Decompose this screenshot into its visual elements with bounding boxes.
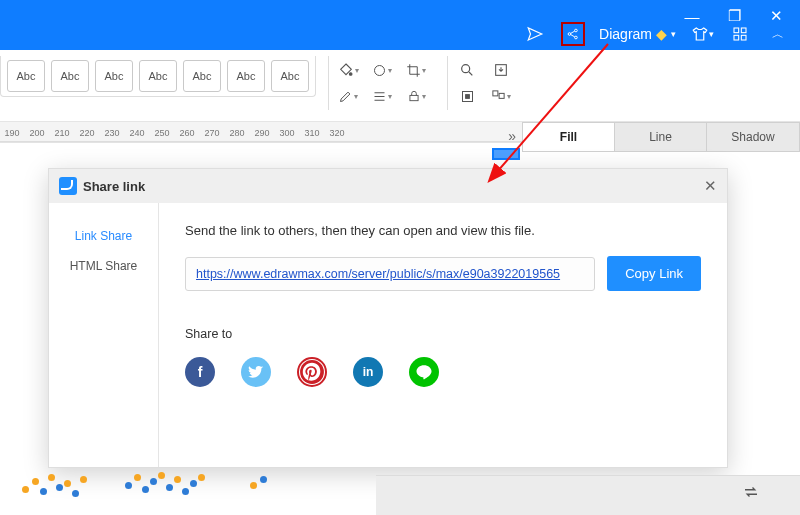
svg-rect-15 bbox=[499, 93, 504, 98]
style-swatch[interactable]: Abc bbox=[227, 60, 265, 92]
ruler-tick: 240 bbox=[129, 128, 144, 138]
style-swatch[interactable]: Abc bbox=[7, 60, 45, 92]
ruler-tick: 300 bbox=[279, 128, 294, 138]
style-swatch-group: Abc Abc Abc Abc Abc Abc Abc bbox=[0, 56, 316, 97]
dialog-title: Share link bbox=[59, 177, 145, 195]
chevron-down-icon: ▾ bbox=[671, 29, 676, 39]
svg-point-10 bbox=[462, 65, 470, 73]
linkedin-icon[interactable]: in bbox=[353, 357, 383, 387]
svg-rect-3 bbox=[734, 28, 739, 33]
ruler-tick: 230 bbox=[104, 128, 119, 138]
dialog-main: Send the link to others, then they can o… bbox=[159, 203, 727, 467]
svg-rect-13 bbox=[465, 94, 469, 98]
style-swatch[interactable]: Abc bbox=[271, 60, 309, 92]
dialog-title-text: Share link bbox=[83, 179, 145, 194]
select-tool[interactable] bbox=[456, 86, 478, 106]
arrange-tool[interactable]: ▾ bbox=[490, 86, 512, 106]
svg-rect-9 bbox=[409, 95, 417, 100]
diagram-menu[interactable]: Diagram ◆ ▾ bbox=[599, 26, 676, 42]
svg-rect-14 bbox=[493, 90, 498, 95]
close-window-icon[interactable]: ✕ bbox=[764, 4, 788, 28]
style-swatch[interactable]: Abc bbox=[95, 60, 133, 92]
ruler-tick: 310 bbox=[304, 128, 319, 138]
tab-shadow[interactable]: Shadow bbox=[707, 123, 799, 151]
pen-tool[interactable]: ▾ bbox=[337, 86, 359, 106]
ruler-tick: 250 bbox=[154, 128, 169, 138]
facebook-icon[interactable]: f bbox=[185, 357, 215, 387]
crop-tool[interactable]: ▾ bbox=[405, 60, 427, 80]
share-to-section: Share to f in bbox=[185, 327, 701, 387]
ruler-tick: 220 bbox=[79, 128, 94, 138]
bottom-strip bbox=[376, 475, 800, 515]
svg-point-8 bbox=[375, 65, 385, 75]
right-panel-tabs: Fill Line Shadow bbox=[522, 122, 800, 152]
dialog-body: Link Share HTML Share Send the link to o… bbox=[49, 203, 727, 467]
swap-icon[interactable] bbox=[742, 483, 760, 505]
style-swatch[interactable]: Abc bbox=[51, 60, 89, 92]
svg-rect-6 bbox=[741, 35, 746, 40]
title-bar: — ❐ ✕ Diagram ◆ ▾ ▾ ︿ bbox=[0, 0, 800, 50]
chart-preview bbox=[10, 468, 390, 514]
import-tool[interactable] bbox=[490, 60, 512, 80]
lock-tool[interactable]: ▾ bbox=[405, 86, 427, 106]
gem-icon: ◆ bbox=[656, 26, 667, 42]
ruler-tick: 280 bbox=[229, 128, 244, 138]
svg-point-0 bbox=[568, 33, 571, 36]
share-icon[interactable] bbox=[561, 22, 585, 46]
sidebar-item-html-share[interactable]: HTML Share bbox=[49, 251, 158, 281]
svg-point-1 bbox=[575, 29, 578, 32]
share-to-label: Share to bbox=[185, 327, 701, 341]
fill-tool[interactable]: ▾ bbox=[337, 60, 359, 80]
tab-line[interactable]: Line bbox=[615, 123, 707, 151]
svg-rect-5 bbox=[734, 35, 739, 40]
link-row: https://www.edrawmax.com/server/public/s… bbox=[185, 256, 701, 291]
tab-fill[interactable]: Fill bbox=[523, 123, 615, 151]
collapse-panel-icon[interactable]: » bbox=[502, 124, 522, 148]
minimize-icon[interactable]: — bbox=[680, 4, 704, 28]
dialog-close-button[interactable]: ✕ bbox=[704, 177, 717, 195]
social-row: f in bbox=[185, 357, 701, 387]
share-url-field[interactable]: https://www.edrawmax.com/server/public/s… bbox=[185, 257, 595, 291]
ruler-tick: 210 bbox=[54, 128, 69, 138]
tool-section-shape: ▾ ▾ ▾ ▾ ▾ ▾ bbox=[328, 56, 435, 110]
copy-link-button[interactable]: Copy Link bbox=[607, 256, 701, 291]
window-controls: — ❐ ✕ bbox=[680, 4, 788, 28]
shape-tool[interactable]: ▾ bbox=[371, 60, 393, 80]
share-link-dialog: Share link ✕ Link Share HTML Share Send … bbox=[48, 168, 728, 468]
line-icon[interactable] bbox=[409, 357, 439, 387]
style-swatch[interactable]: Abc bbox=[183, 60, 221, 92]
ruler-tick: 260 bbox=[179, 128, 194, 138]
tool-section-find: ▾ bbox=[447, 56, 520, 110]
svg-point-2 bbox=[575, 36, 578, 39]
ruler-tick: 290 bbox=[254, 128, 269, 138]
style-swatch[interactable]: Abc bbox=[139, 60, 177, 92]
instruction-text: Send the link to others, then they can o… bbox=[185, 223, 701, 238]
toolbar: Abc Abc Abc Abc Abc Abc Abc ▾ ▾ ▾ ▾ ▾ ▾ … bbox=[0, 50, 800, 122]
selection-handle[interactable] bbox=[492, 148, 520, 160]
ruler-tick: 190 bbox=[4, 128, 19, 138]
maximize-icon[interactable]: ❐ bbox=[722, 4, 746, 28]
sidebar-item-link-share[interactable]: Link Share bbox=[49, 221, 158, 251]
send-icon[interactable] bbox=[523, 22, 547, 46]
ruler-tick: 320 bbox=[329, 128, 344, 138]
app-logo-icon bbox=[59, 177, 77, 195]
diagram-label-text: Diagram bbox=[599, 26, 652, 42]
dialog-header: Share link ✕ bbox=[49, 169, 727, 203]
pinterest-icon[interactable] bbox=[297, 357, 327, 387]
line-style-tool[interactable]: ▾ bbox=[371, 86, 393, 106]
dialog-sidebar: Link Share HTML Share bbox=[49, 203, 159, 467]
twitter-icon[interactable] bbox=[241, 357, 271, 387]
svg-point-7 bbox=[349, 73, 352, 76]
search-tool[interactable] bbox=[456, 60, 478, 80]
ruler-tick: 200 bbox=[29, 128, 44, 138]
ruler-tick: 270 bbox=[204, 128, 219, 138]
svg-rect-4 bbox=[741, 28, 746, 33]
